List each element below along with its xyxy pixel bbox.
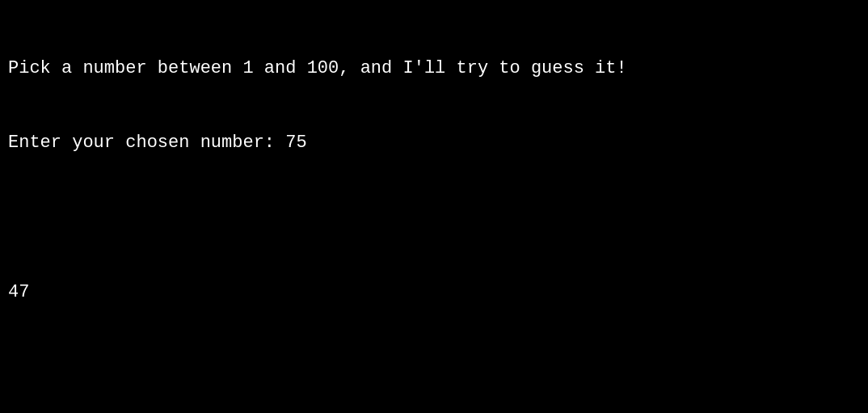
terminal-output: Pick a number between 1 and 100, and I'l… (8, 6, 860, 413)
terminal-blank-1 (8, 205, 860, 230)
terminal-blank-2 (8, 355, 860, 380)
terminal-line-1: Pick a number between 1 and 100, and I'l… (8, 57, 860, 82)
terminal-line-2: Enter your chosen number: 75 (8, 131, 860, 156)
terminal-line-4: 47 (8, 280, 860, 306)
